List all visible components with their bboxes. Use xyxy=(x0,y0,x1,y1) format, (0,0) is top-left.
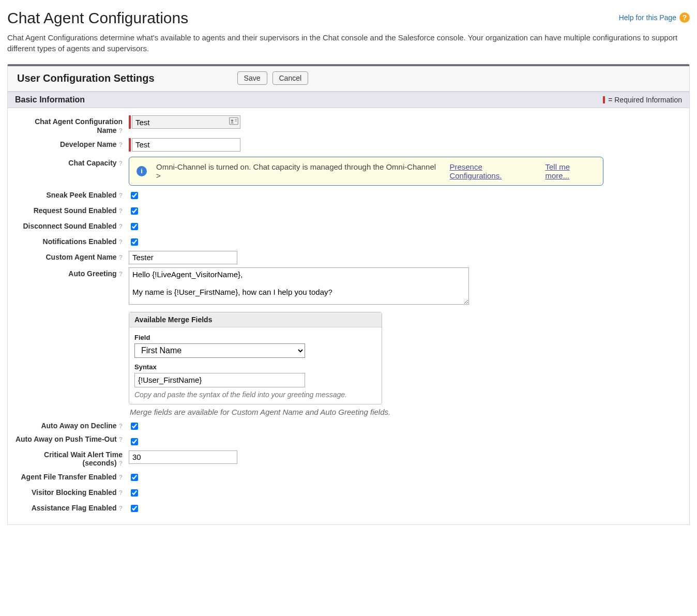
auto-away-decline-checkbox[interactable] xyxy=(131,423,138,430)
label-sneak-peek: Sneak Peek Enabled? xyxy=(14,189,126,200)
label-developer-name: Developer Name? xyxy=(14,138,126,149)
help-tooltip-icon[interactable]: ? xyxy=(119,192,123,199)
page-description: Chat Agent Configurations determine what… xyxy=(7,32,690,54)
help-tooltip-icon[interactable]: ? xyxy=(119,127,123,134)
label-auto-greeting: Auto Greeting? xyxy=(14,267,126,278)
merge-field-select[interactable]: First Name xyxy=(134,343,305,358)
config-name-input[interactable] xyxy=(132,115,240,129)
help-tooltip-icon[interactable]: ? xyxy=(119,207,123,215)
merge-footnote: Merge fields are available for Custom Ag… xyxy=(130,408,683,416)
label-disconnect-sound: Disconnect Sound Enabled? xyxy=(14,220,126,231)
help-tooltip-icon[interactable]: ? xyxy=(119,254,123,261)
svg-point-1 xyxy=(231,119,234,122)
merge-syntax-label: Syntax xyxy=(134,363,376,371)
merge-syntax-input[interactable] xyxy=(134,373,305,387)
label-custom-agent-name: Custom Agent Name? xyxy=(14,251,126,262)
help-tooltip-icon[interactable]: ? xyxy=(119,460,123,467)
help-tooltip-icon[interactable]: ? xyxy=(119,489,123,497)
label-notifications: Notifications Enabled? xyxy=(14,235,126,246)
info-icon: i xyxy=(137,166,147,176)
merge-field-label: Field xyxy=(134,334,376,341)
section-basic-info-title: Basic Information xyxy=(15,95,85,104)
help-for-page-link[interactable]: Help for this Page xyxy=(619,13,676,22)
help-tooltip-icon[interactable]: ? xyxy=(119,238,123,246)
user-config-panel: User Configuration Settings Save Cancel … xyxy=(7,64,690,525)
merge-hint: Copy and paste the syntax of the field i… xyxy=(134,390,376,399)
help-tooltip-icon[interactable]: ? xyxy=(119,271,123,278)
label-request-sound: Request Sound Enabled? xyxy=(14,204,126,215)
presence-configurations-link[interactable]: Presence Configurations. xyxy=(449,162,536,180)
cancel-button[interactable]: Cancel xyxy=(272,71,309,85)
omni-channel-info-box: i Omni-Channel is turned on. Chat capaci… xyxy=(129,157,603,186)
label-auto-away-push: Auto Away on Push Time-Out? xyxy=(14,435,126,444)
help-icon[interactable]: ? xyxy=(679,12,690,23)
help-tooltip-icon[interactable]: ? xyxy=(119,160,123,167)
agent-file-transfer-checkbox[interactable] xyxy=(131,474,138,481)
help-tooltip-icon[interactable]: ? xyxy=(119,474,123,481)
notifications-checkbox[interactable] xyxy=(131,238,138,246)
merge-fields-title: Available Merge Fields xyxy=(129,312,382,327)
label-auto-away-decline: Auto Away on Decline? xyxy=(14,419,126,430)
required-indicator-icon xyxy=(603,96,605,103)
label-config-name: Chat Agent Configuration Name? xyxy=(14,115,126,135)
request-sound-checkbox[interactable] xyxy=(131,207,138,215)
auto-greeting-textarea[interactable]: Hello {!LiveAgent_VisitorName}, My name … xyxy=(129,267,469,305)
developer-name-input[interactable] xyxy=(132,138,240,152)
help-tooltip-icon[interactable]: ? xyxy=(119,223,123,230)
visitor-blocking-checkbox[interactable] xyxy=(131,489,138,497)
sneak-peek-checkbox[interactable] xyxy=(131,192,138,199)
contact-card-icon xyxy=(229,117,238,127)
page-title: Chat Agent Configurations xyxy=(7,9,188,27)
omni-channel-info-text: Omni-Channel is turned on. Chat capacity… xyxy=(156,162,440,180)
help-tooltip-icon[interactable]: ? xyxy=(119,141,123,148)
panel-title: User Configuration Settings xyxy=(17,72,155,84)
tell-me-more-link[interactable]: Tell me more... xyxy=(545,162,596,180)
label-critical-wait: Critical Wait Alert Time (seconds)? xyxy=(14,450,126,468)
custom-agent-name-input[interactable] xyxy=(129,251,237,264)
help-tooltip-icon[interactable]: ? xyxy=(119,505,123,512)
merge-fields-panel: Available Merge Fields Field First Name … xyxy=(129,312,382,404)
help-tooltip-icon[interactable]: ? xyxy=(119,423,123,430)
label-agent-file-transfer: Agent File Transfer Enabled? xyxy=(14,471,126,482)
label-assistance-flag: Assistance Flag Enabled? xyxy=(14,502,126,513)
required-information-label: = Required Information xyxy=(608,96,682,104)
critical-wait-input[interactable] xyxy=(129,450,237,464)
save-button[interactable]: Save xyxy=(237,71,267,85)
help-tooltip-icon[interactable]: ? xyxy=(119,436,123,443)
label-visitor-blocking: Visitor Blocking Enabled? xyxy=(14,486,126,497)
disconnect-sound-checkbox[interactable] xyxy=(131,223,138,230)
auto-away-push-checkbox[interactable] xyxy=(131,438,138,445)
label-chat-capacity: Chat Capacity? xyxy=(14,157,126,168)
assistance-flag-checkbox[interactable] xyxy=(131,505,138,512)
